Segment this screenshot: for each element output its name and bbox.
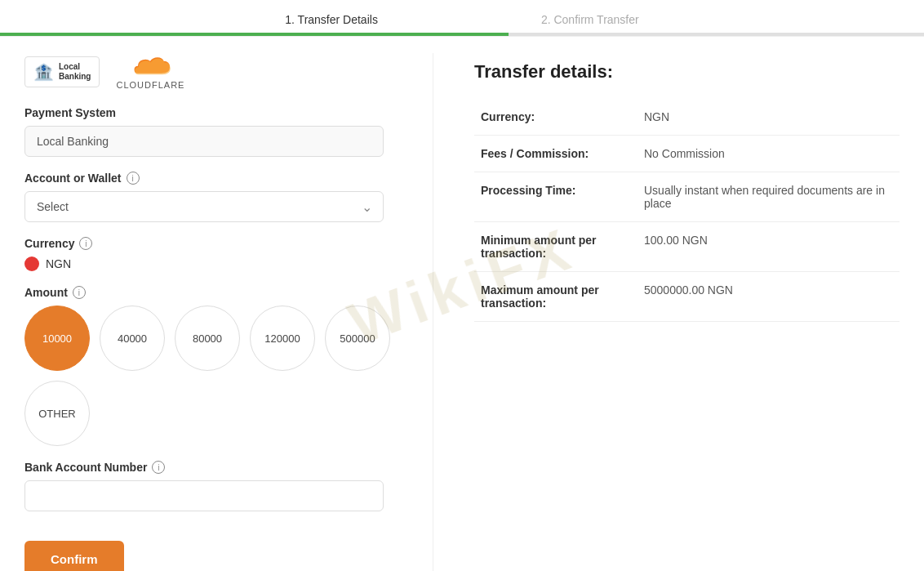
amount-label: Amount i	[24, 286, 408, 299]
bank-account-info-icon[interactable]: i	[152, 461, 165, 474]
step2-label: 2. Confirm Transfer	[541, 13, 639, 26]
cloudflare-cloud-icon	[126, 53, 175, 82]
detail-row: Maximum amount per transaction: 5000000.…	[474, 272, 900, 322]
detail-row: Minimum amount per transaction: 100.00 N…	[474, 222, 900, 272]
step1-label: 1. Transfer Details	[285, 13, 378, 26]
detail-label: Fees / Commission:	[474, 136, 637, 172]
detail-label: Maximum amount per transaction:	[474, 272, 637, 322]
confirm-button[interactable]: Confirm	[24, 541, 124, 571]
left-panel: 🏦 Local Banking CLOUDFLARE Payment Syste…	[24, 53, 408, 571]
progress-bar-fill	[0, 33, 509, 36]
progress-steps: 1. Transfer Details 2. Confirm Transfer	[0, 8, 924, 33]
detail-label: Processing Time:	[474, 172, 637, 222]
currency-value: NGN	[46, 257, 71, 270]
detail-label: Currency:	[474, 99, 637, 136]
amount-btn-500000[interactable]: 500000	[325, 306, 390, 371]
vertical-divider	[433, 53, 433, 571]
account-wallet-info-icon[interactable]: i	[127, 172, 140, 185]
main-layout: 🏦 Local Banking CLOUDFLARE Payment Syste…	[0, 37, 924, 571]
bank-account-label: Bank Account Number i	[24, 461, 408, 474]
local-banking-logo: 🏦 Local Banking	[24, 56, 100, 87]
detail-row: Processing Time: Usually instant when re…	[474, 172, 900, 222]
account-wallet-select[interactable]: Select	[24, 191, 384, 222]
payment-system-label: Payment System	[24, 106, 408, 119]
amount-buttons-group: 10000 40000 80000 120000 500000 OTHER	[24, 306, 408, 446]
cloudflare-text: CLOUDFLARE	[116, 80, 184, 90]
amount-info-icon[interactable]: i	[73, 286, 86, 299]
amount-btn-10000[interactable]: 10000	[24, 306, 90, 371]
detail-value: Usually instant when required documents …	[637, 172, 900, 222]
progress-bar-track	[0, 33, 924, 36]
detail-value: NGN	[637, 99, 900, 136]
detail-label: Minimum amount per transaction:	[474, 222, 637, 272]
currency-section: Currency i NGN	[24, 237, 408, 271]
currency-info-icon[interactable]: i	[79, 237, 92, 250]
bank-icon: 🏦	[33, 62, 54, 82]
transfer-details-title: Transfer details:	[474, 61, 900, 83]
logo-area: 🏦 Local Banking CLOUDFLARE	[24, 53, 408, 90]
amount-btn-other[interactable]: OTHER	[24, 381, 90, 446]
amount-btn-120000[interactable]: 120000	[250, 306, 315, 371]
currency-row: NGN	[24, 257, 408, 271]
detail-value: No Commission	[637, 136, 900, 172]
transfer-details-table: Currency: NGN Fees / Commission: No Comm…	[474, 99, 900, 322]
currency-label: Currency i	[24, 237, 408, 250]
account-wallet-select-wrapper: Select ⌄	[24, 191, 384, 222]
account-wallet-label: Account or Wallet i	[24, 172, 408, 185]
payment-system-section: Payment System Local Banking	[24, 106, 408, 157]
right-panel: Transfer details: Currency: NGN Fees / C…	[458, 53, 900, 571]
payment-system-value: Local Banking	[24, 126, 384, 157]
account-wallet-section: Account or Wallet i Select ⌄	[24, 172, 408, 222]
amount-section: Amount i 10000 40000 80000 120000 500000…	[24, 286, 408, 446]
bank-logo-text: Local Banking	[59, 62, 91, 82]
bank-account-input[interactable]	[24, 480, 384, 511]
detail-value: 5000000.00 NGN	[637, 272, 900, 322]
bank-account-section: Bank Account Number i	[24, 461, 408, 511]
progress-area: 1. Transfer Details 2. Confirm Transfer	[0, 0, 924, 37]
amount-btn-80000[interactable]: 80000	[175, 306, 240, 371]
detail-value: 100.00 NGN	[637, 222, 900, 272]
amount-btn-40000[interactable]: 40000	[100, 306, 165, 371]
detail-row: Fees / Commission: No Commission	[474, 136, 900, 172]
cloudflare-logo: CLOUDFLARE	[116, 53, 184, 90]
currency-dot-icon	[24, 257, 39, 271]
detail-row: Currency: NGN	[474, 99, 900, 136]
